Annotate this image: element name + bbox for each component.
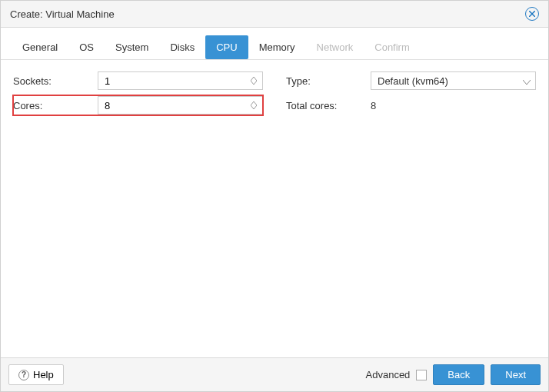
cores-label: Cores: — [13, 100, 98, 111]
sockets-input[interactable] — [98, 72, 248, 89]
help-button-label: Help — [33, 369, 54, 380]
wizard-tabs: General OS System Disks CPU Memory Netwo… — [1, 28, 548, 60]
tab-system[interactable]: System — [105, 35, 159, 59]
chevron-down-icon — [251, 105, 257, 109]
total-cores-value: 8 — [371, 100, 536, 111]
tab-network: Network — [306, 35, 364, 59]
dialog-footer: ? Help Advanced Back Next — [1, 357, 548, 391]
cores-row: Cores: — [13, 95, 263, 115]
tab-confirm: Confirm — [364, 35, 421, 59]
cores-input-wrapper — [98, 96, 263, 115]
sockets-input-wrapper — [98, 71, 263, 90]
help-button[interactable]: ? Help — [8, 364, 64, 385]
footer-right: Advanced Back Next — [366, 364, 541, 385]
advanced-checkbox[interactable] — [416, 370, 427, 380]
sockets-row: Sockets: — [13, 71, 263, 91]
tab-disks[interactable]: Disks — [159, 35, 205, 59]
tab-general[interactable]: General — [12, 35, 68, 59]
tab-os[interactable]: OS — [68, 35, 105, 59]
help-icon: ? — [18, 370, 29, 380]
right-column: Type: Default (kvm64) Total cores: 8 — [286, 71, 536, 347]
sockets-label: Sockets: — [13, 75, 98, 87]
next-button[interactable]: Next — [491, 364, 541, 385]
sockets-spinner[interactable] — [248, 77, 262, 85]
type-dropdown-value: Default (kvm64) — [378, 75, 448, 87]
close-icon — [529, 11, 535, 17]
cores-spinner[interactable] — [248, 101, 262, 109]
cores-input[interactable] — [98, 97, 248, 114]
total-cores-row: Total cores: 8 — [286, 95, 536, 115]
total-cores-label: Total cores: — [286, 100, 371, 111]
type-label: Type: — [286, 75, 371, 87]
close-button[interactable] — [525, 7, 539, 21]
advanced-label: Advanced — [366, 369, 411, 380]
type-row: Type: Default (kvm64) — [286, 71, 536, 91]
tab-cpu[interactable]: CPU — [205, 35, 248, 59]
tab-memory[interactable]: Memory — [248, 35, 306, 59]
chevron-down-icon — [523, 75, 531, 87]
chevron-down-icon — [251, 81, 257, 85]
dialog-header: Create: Virtual Machine — [1, 1, 548, 28]
cpu-panel: Sockets: Cores: Type: — [1, 60, 548, 357]
dialog-title: Create: Virtual Machine — [10, 8, 115, 20]
type-dropdown[interactable]: Default (kvm64) — [371, 71, 536, 90]
left-column: Sockets: Cores: — [13, 71, 263, 347]
back-button[interactable]: Back — [433, 364, 484, 385]
